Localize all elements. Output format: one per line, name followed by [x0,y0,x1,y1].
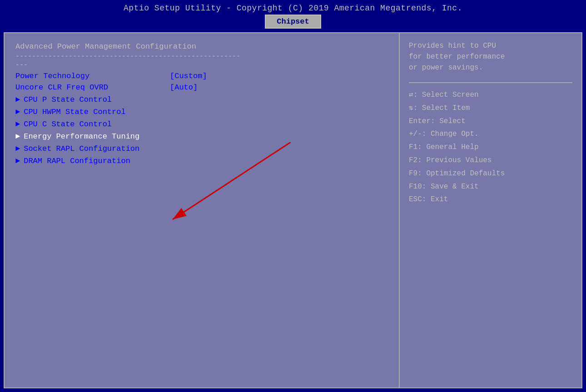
submenu-arrow-2: ► [15,108,20,116]
bios-screen: Aptio Setup Utility - Copyright (C) 2019… [0,0,586,392]
socket-rapl-label: Socket RAPL Configuration [24,144,139,153]
left-panel: Advanced Power Management Configuration … [5,33,400,387]
separator1: ----------------------------------------… [15,53,388,60]
key-select-item: ⇅: Select Item [409,102,572,115]
uncore-clr-label: Uncore CLR Freq OVRD [15,83,170,92]
section-title: Advanced Power Management Configuration [15,42,388,51]
key-select-screen: ⇄: Select Screen [409,89,572,102]
energy-performance-item[interactable]: ► Energy Performance Tuning [15,132,388,141]
submenu-arrow-1: ► [15,95,20,104]
key-general-help: F1: General Help [409,141,572,154]
svg-line-1 [173,142,291,219]
submenu-arrow-selected: ► [15,132,20,141]
right-panel: Provides hint to CPUfor better performan… [400,33,581,387]
key-change-opt: +/-: Change Opt. [409,128,572,141]
key-optimized-defaults: F9: Optimized Defaults [409,167,572,180]
cpu-hwpm-state-label: CPU HWPM State Control [24,108,125,116]
bios-title: Aptio Setup Utility - Copyright (C) 2019… [0,4,586,13]
power-technology-row: Power Technology [Custom] [15,72,388,80]
cpu-hwpm-state-item[interactable]: ► CPU HWPM State Control [15,108,388,116]
energy-performance-label: Energy Performance Tuning [24,132,139,141]
uncore-clr-value: [Auto] [170,83,198,92]
cpu-p-state-label: CPU P State Control [24,95,112,104]
cpu-c-state-label: CPU C State Control [24,120,112,129]
dram-rapl-item[interactable]: ► DRAM RAPL Configuration [15,157,388,165]
dram-rapl-label: DRAM RAPL Configuration [24,157,130,165]
key-previous-values: F2: Previous Values [409,154,572,167]
uncore-clr-row: Uncore CLR Freq OVRD [Auto] [15,83,388,92]
key-esc: ESC: Exit [409,193,572,206]
key-save-exit: F10: Save & Exit [409,180,572,194]
panel-divider [409,82,572,83]
submenu-arrow-5: ► [15,144,20,153]
key-help-section: ⇄: Select Screen ⇅: Select Item Enter: S… [409,89,572,206]
cpu-p-state-item[interactable]: ► CPU P State Control [15,95,388,104]
power-technology-label: Power Technology [15,72,170,80]
separator2: --- [15,61,388,69]
tab-bar: Chipset [0,15,586,29]
power-technology-value: [Custom] [170,72,207,80]
main-content: Advanced Power Management Configuration … [4,32,582,388]
submenu-arrow-3: ► [15,120,20,129]
hint-text: Provides hint to CPUfor better performan… [409,40,572,73]
chipset-tab[interactable]: Chipset [265,15,321,29]
cpu-c-state-item[interactable]: ► CPU C State Control [15,120,388,129]
top-bar: Aptio Setup Utility - Copyright (C) 2019… [0,0,586,29]
socket-rapl-item[interactable]: ► Socket RAPL Configuration [15,144,388,153]
key-enter: Enter: Select [409,115,572,128]
submenu-arrow-6: ► [15,157,20,165]
